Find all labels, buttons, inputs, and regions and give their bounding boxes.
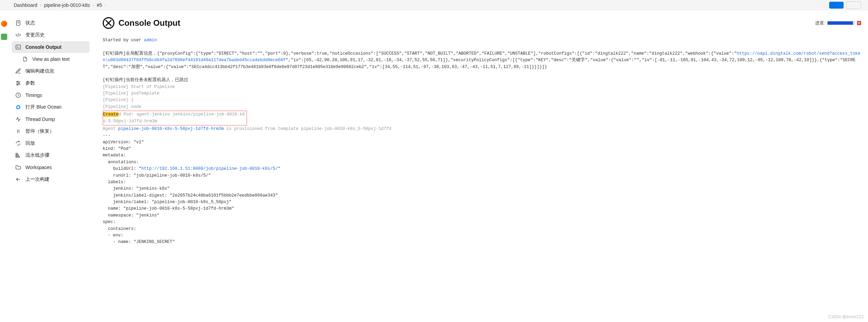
- code-icon: [15, 32, 21, 38]
- sidebar-item-workspaces[interactable]: Workspaces: [12, 162, 90, 173]
- build-url-link[interactable]: http://192.168.1.51:8080/job/pipeline-jo…: [142, 166, 278, 171]
- highlight-text: Create: [103, 112, 119, 117]
- chevron-right-icon: ›: [40, 3, 42, 7]
- console-line: name: "pipeline-job-0010-k8s-5-58pxj-1d7…: [103, 206, 234, 211]
- main-content: Console Output 进度: ✕ Started by user adm…: [92, 10, 868, 322]
- sidebar-item-console-output[interactable]: Console Output: [12, 41, 90, 53]
- console-line: [钉钉插件]全局配置信息，{"proxyConfig":{"type":"DIR…: [103, 51, 737, 56]
- steps-icon: [15, 152, 21, 158]
- sliders-icon: [15, 80, 21, 86]
- secondary-button[interactable]: [846, 1, 861, 9]
- console-line: d Pod: agent-jenkins jenkins/pipeline-jo…: [103, 112, 245, 123]
- sidebar-item-pipeline-steps[interactable]: 流水线步骤: [12, 149, 90, 161]
- progress-bar: [827, 21, 855, 25]
- console-line: - name: "JENKINS_SECRET": [103, 240, 175, 244]
- console-line: runUrl: "job/pipeline-job-0010-k8s/5/": [103, 173, 211, 178]
- sidebar-item-status[interactable]: 状态: [12, 17, 90, 29]
- prohibit-icon: [103, 17, 114, 29]
- activity-icon: [15, 116, 21, 122]
- chevron-right-icon: ›: [93, 3, 94, 7]
- watermark: CSDN @inner222: [828, 314, 864, 319]
- console-line: containers:: [103, 226, 136, 231]
- sidebar-item-label: 暂停（恢复）: [25, 128, 54, 134]
- sidebar-item-previous-build[interactable]: 上一次构建: [12, 174, 90, 185]
- console-output: Started by user admin [钉钉插件]全局配置信息，{"pro…: [103, 37, 861, 246]
- sidebar-item-replay[interactable]: 回放: [12, 137, 90, 149]
- arrow-left-icon: [15, 176, 21, 182]
- breadcrumb-item-build[interactable]: #5: [97, 2, 102, 8]
- sidebar-item-label: 回放: [25, 140, 35, 146]
- console-line: jenkins/label-digest: "2e2057b24c40ba610…: [103, 193, 278, 198]
- sidebar-item-label: View as plain text: [32, 56, 70, 62]
- console-line: [Pipeline] {: [103, 98, 134, 102]
- sidebar-item-label: Timings: [25, 92, 42, 98]
- user-link[interactable]: admin: [144, 38, 157, 43]
- svg-rect-17: [16, 153, 18, 154]
- console-line: [Pipeline] Start of Pipeline: [103, 85, 175, 89]
- svg-rect-19: [16, 156, 20, 157]
- console-line: [Pipeline] node: [103, 104, 142, 109]
- svg-rect-4: [16, 45, 21, 49]
- sidebar-item-label: 流水线步骤: [25, 152, 49, 158]
- console-line: jenkins: "jenkins-k8s": [103, 186, 170, 191]
- sidebar-item-view-plain-text[interactable]: View as plain text: [12, 53, 90, 65]
- sidebar-item-label: 参数: [25, 80, 35, 86]
- sidebar-item-thread-dump[interactable]: Thread Dump: [12, 113, 90, 125]
- edit-icon: [15, 68, 21, 74]
- share-icon: [15, 140, 21, 146]
- page-title: Console Output: [119, 18, 180, 28]
- console-line: apiVersion: "v1": [103, 140, 144, 145]
- doc-icon: [22, 56, 28, 62]
- console-line: buildUrl: ": [103, 166, 142, 171]
- sidebar-item-label: Workspaces: [25, 165, 52, 170]
- sidebar-item-label: 变更历史: [25, 32, 45, 38]
- sidebar-item-edit-build-info[interactable]: 编辑构建信息: [12, 65, 90, 77]
- left-strip: [0, 10, 8, 322]
- wechat-icon[interactable]: [1, 34, 7, 40]
- sidebar-item-label: 编辑构建信息: [25, 68, 54, 74]
- sidebar-item-changes[interactable]: 变更历史: [12, 29, 90, 41]
- progress-label: 进度:: [815, 20, 825, 26]
- sidebar-item-label: 状态: [25, 20, 35, 26]
- console-line: [Pipeline] podTemplate: [103, 91, 159, 96]
- terminal-icon: [15, 44, 21, 50]
- folder-icon: [15, 164, 21, 170]
- weibo-icon[interactable]: [1, 21, 7, 27]
- pause-icon: [15, 128, 21, 134]
- chevron-right-icon: ›: [105, 3, 106, 7]
- topbar: Dashboard › pipeline-job-0010-k8s › #5 ›: [0, 0, 868, 10]
- sidebar-item-parameters[interactable]: 参数: [12, 77, 90, 89]
- console-line: metadata:: [103, 153, 126, 158]
- console-line: Started by user: [103, 38, 144, 43]
- topbar-actions: [829, 1, 861, 9]
- sidebar-item-label: 打开 Blue Ocean: [25, 104, 61, 110]
- console-line: ": [278, 166, 281, 171]
- breadcrumb: Dashboard › pipeline-job-0010-k8s › #5 ›: [14, 2, 106, 8]
- sidebar: 状态 变更历史 Console Output View as plain tex…: [8, 10, 92, 322]
- svg-line-3: [18, 33, 19, 37]
- sidebar-item-label: Console Output: [25, 44, 61, 50]
- agent-link[interactable]: pipeline-job-0010-k8s-5-58pxj-1d7fd-hrm3…: [118, 126, 224, 131]
- sidebar-item-label: Thread Dump: [25, 116, 55, 122]
- console-line: spec:: [103, 220, 116, 224]
- sidebar-item-timings[interactable]: Timings: [12, 89, 90, 101]
- sidebar-item-blue-ocean[interactable]: 打开 Blue Ocean: [12, 101, 90, 113]
- console-line: [钉钉插件]当前任务未配置机器人，已跳过: [103, 78, 188, 82]
- primary-button[interactable]: [829, 2, 843, 9]
- console-line: is provisioned from template pipeline-jo…: [224, 126, 392, 131]
- sidebar-item-label: 上一次构建: [25, 176, 49, 182]
- sidebar-item-pause-resume[interactable]: 暂停（恢复）: [12, 125, 90, 137]
- console-line: Agent: [103, 126, 118, 131]
- breadcrumb-item-dashboard[interactable]: Dashboard: [14, 2, 37, 8]
- console-line: ---: [103, 133, 111, 138]
- svg-point-14: [17, 106, 19, 108]
- blueocean-icon: [15, 104, 21, 110]
- cancel-build-icon[interactable]: ✕: [857, 21, 861, 25]
- progress-indicator: 进度: ✕: [815, 20, 861, 26]
- clock-icon: [15, 92, 21, 98]
- console-line: kind: "Pod": [103, 146, 131, 151]
- svg-rect-18: [16, 155, 19, 156]
- breadcrumb-item-job[interactable]: pipeline-job-0010-k8s: [44, 2, 90, 8]
- console-line: namespace: "jenkins": [103, 213, 159, 218]
- file-icon: [15, 20, 21, 26]
